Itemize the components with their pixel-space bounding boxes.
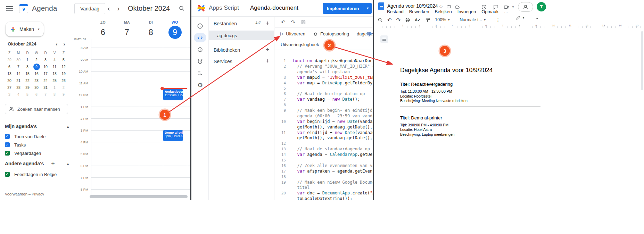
mini-day[interactable]: 10	[42, 64, 49, 70]
paint-format-icon[interactable]	[425, 17, 430, 23]
mini-day[interactable]: 23	[33, 77, 40, 84]
redo-icon[interactable]: ↷	[396, 17, 401, 23]
day-header[interactable]: DI8	[139, 20, 163, 39]
mini-day[interactable]: 8	[51, 91, 58, 98]
mini-day[interactable]: 1	[51, 84, 58, 91]
document-outline-icon[interactable]	[380, 35, 388, 43]
mini-day[interactable]: 18	[51, 70, 58, 77]
mini-day[interactable]: 28	[15, 84, 22, 91]
mini-day[interactable]: 3	[6, 91, 13, 98]
undo-icon[interactable]: ↶	[281, 19, 286, 25]
day-header[interactable]: ZO6	[91, 20, 115, 39]
mini-day[interactable]: 7	[42, 91, 49, 98]
main-menu-icon[interactable]	[6, 6, 13, 11]
spellcheck-icon[interactable]: A✓	[415, 18, 421, 22]
mini-day[interactable]: 26	[60, 77, 67, 84]
prev-day-chevron-icon[interactable]: ‹	[105, 4, 113, 13]
mini-day[interactable]: 17	[42, 70, 49, 77]
chevron-down-icon[interactable]: ▼	[363, 3, 372, 14]
function-selector[interactable]: dagelijkseA	[357, 31, 373, 36]
terms-privacy-links[interactable]: Voorwaarden – Privacy	[5, 192, 44, 196]
mini-day[interactable]: 8	[24, 64, 31, 70]
horizontal-scrollbar[interactable]	[90, 195, 188, 198]
mini-day[interactable]: 22	[24, 77, 31, 84]
code-area[interactable]: 1function dagelijkseAgendaNaarDocume2 //…	[275, 50, 373, 200]
docs-file-icon[interactable]	[378, 2, 384, 10]
mini-day[interactable]: 21	[15, 77, 22, 84]
settings-gear-icon[interactable]: ⚙	[194, 80, 206, 90]
add-calendar-icon[interactable]: +	[51, 161, 55, 166]
star-icon[interactable]: ☆	[439, 4, 443, 9]
checkbox-checked-icon[interactable]	[5, 142, 10, 147]
mini-day[interactable]: 14	[15, 70, 22, 77]
menu-item[interactable]: Opmaak	[479, 9, 501, 15]
mini-day[interactable]: 25	[51, 77, 58, 84]
mini-day[interactable]: 24	[42, 77, 49, 84]
triggers-icon[interactable]	[194, 57, 206, 66]
overview-icon[interactable]	[194, 21, 206, 31]
document-title[interactable]: Agenda voor 10/9/2024	[387, 3, 438, 9]
calendar-logo[interactable]: 9	[19, 4, 28, 13]
mini-day[interactable]: 30	[15, 57, 22, 63]
more-options-icon[interactable]: ⋮	[496, 17, 501, 23]
mini-day[interactable]: 11	[51, 64, 58, 70]
move-folder-icon[interactable]	[446, 4, 451, 9]
other-calendars-header[interactable]: Andere agenda's + ▴	[5, 161, 69, 166]
share-button[interactable]	[518, 2, 533, 12]
menu-item[interactable]: ...	[502, 9, 510, 15]
mini-day[interactable]: 20	[6, 77, 13, 84]
create-button[interactable]: Maken ▾	[6, 22, 44, 36]
mini-day[interactable]: 29	[6, 57, 13, 63]
add-file-icon[interactable]: +	[266, 20, 270, 26]
sort-az-icon[interactable]: A↕Z	[255, 21, 261, 25]
mini-day[interactable]: 1	[24, 57, 31, 63]
project-history-icon[interactable]	[194, 45, 206, 54]
checkbox-checked-icon[interactable]	[5, 134, 10, 139]
menu-item[interactable]: Bekijken	[432, 9, 454, 15]
executions-icon[interactable]	[194, 68, 206, 78]
mini-day[interactable]: 29	[24, 84, 31, 91]
deploy-button[interactable]: Implementeren ▼	[323, 3, 372, 14]
vertical-scrollbar[interactable]	[641, 31, 643, 90]
checkbox-checked-icon[interactable]	[5, 151, 10, 156]
mini-day[interactable]: 27	[6, 84, 13, 91]
execution-log-tab[interactable]: Uitvoeringslogboek	[275, 40, 373, 50]
zoom-select[interactable]: 100%▼	[435, 17, 450, 22]
mini-day[interactable]: 30	[33, 84, 40, 91]
next-day-chevron-icon[interactable]: ›	[114, 4, 123, 13]
document-page[interactable]: Dagelijkse Agenda voor 10/9/2024 Titel: …	[374, 28, 644, 234]
mini-day[interactable]: 2	[60, 84, 67, 91]
project-title[interactable]: Agenda-document	[250, 5, 298, 11]
checkbox-checked-icon[interactable]	[5, 172, 10, 177]
editor-code-icon[interactable]	[194, 33, 206, 42]
avatar[interactable]: T	[537, 2, 546, 11]
day-header[interactable]: WO9	[163, 20, 187, 39]
mini-day[interactable]: 3	[42, 57, 49, 63]
mini-day[interactable]: 31	[42, 84, 49, 91]
mini-day[interactable]: 5	[60, 57, 67, 63]
run-button[interactable]: ▷ Uitvoeren	[280, 31, 305, 36]
editing-mode-button[interactable]: ▼	[516, 15, 525, 20]
mini-day[interactable]: 4	[51, 57, 58, 63]
paragraph-style-select[interactable]: Normale t...▼	[460, 17, 486, 22]
calendar-event[interactable]: Redactievergadering11:30am, Hoofdzetel	[163, 89, 183, 100]
search-icon[interactable]	[179, 5, 185, 11]
search-people-button[interactable]: Zoeken naar mensen	[5, 104, 68, 114]
redo-icon[interactable]: ↷	[291, 19, 296, 25]
add-library-icon[interactable]: +	[266, 47, 270, 53]
today-button[interactable]: Vandaag	[74, 3, 105, 14]
menu-item[interactable]: Invoegen	[455, 9, 479, 15]
calendar-event[interactable]: Demo ai-printer3pm, Hotel Astra	[163, 130, 183, 141]
search-menus-icon[interactable]	[378, 17, 383, 23]
mini-day[interactable]: 9	[33, 64, 40, 70]
add-service-icon[interactable]: +	[266, 58, 270, 64]
mini-day[interactable]: 12	[60, 64, 67, 70]
mini-day[interactable]: 16	[33, 70, 40, 77]
file-item-selected[interactable]: ag-doc.gs	[209, 31, 274, 40]
my-calendars-header[interactable]: Mijn agenda's ▴	[5, 124, 69, 129]
mini-day[interactable]: 6	[6, 64, 13, 70]
debug-button[interactable]: Foutopsporing	[313, 31, 349, 36]
mini-day[interactable]: 19	[60, 70, 67, 77]
save-icon[interactable]	[301, 19, 306, 25]
menu-item[interactable]: Bewerken	[407, 9, 432, 15]
